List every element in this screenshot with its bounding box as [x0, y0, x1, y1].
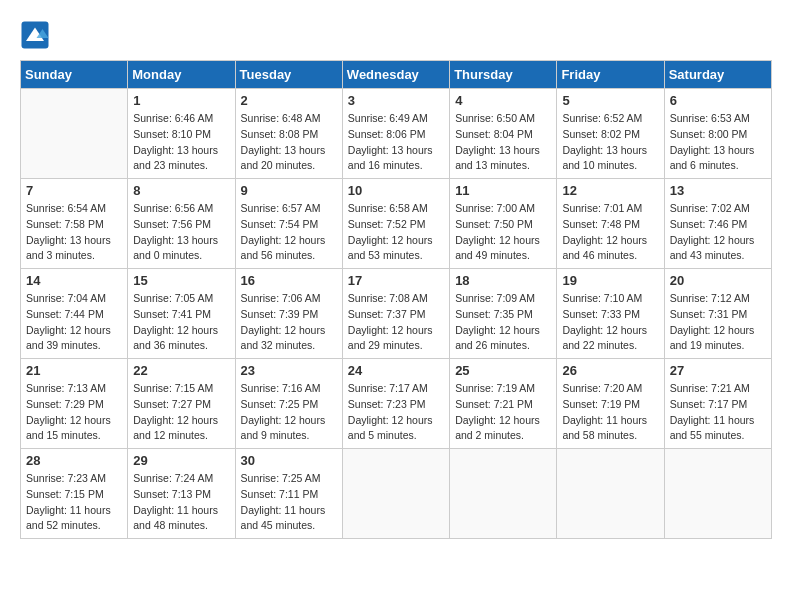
calendar-cell: 7Sunrise: 6:54 AMSunset: 7:58 PMDaylight… — [21, 179, 128, 269]
calendar-cell — [664, 449, 771, 539]
calendar-cell: 9Sunrise: 6:57 AMSunset: 7:54 PMDaylight… — [235, 179, 342, 269]
calendar-cell: 19Sunrise: 7:10 AMSunset: 7:33 PMDayligh… — [557, 269, 664, 359]
calendar-cell: 26Sunrise: 7:20 AMSunset: 7:19 PMDayligh… — [557, 359, 664, 449]
day-info: Sunrise: 6:54 AMSunset: 7:58 PMDaylight:… — [26, 201, 122, 264]
day-number: 3 — [348, 93, 444, 108]
calendar-week-row: 1Sunrise: 6:46 AMSunset: 8:10 PMDaylight… — [21, 89, 772, 179]
day-number: 8 — [133, 183, 229, 198]
day-info: Sunrise: 7:06 AMSunset: 7:39 PMDaylight:… — [241, 291, 337, 354]
calendar-week-row: 21Sunrise: 7:13 AMSunset: 7:29 PMDayligh… — [21, 359, 772, 449]
day-info: Sunrise: 6:52 AMSunset: 8:02 PMDaylight:… — [562, 111, 658, 174]
day-info: Sunrise: 6:50 AMSunset: 8:04 PMDaylight:… — [455, 111, 551, 174]
weekday-header: Tuesday — [235, 61, 342, 89]
day-number: 28 — [26, 453, 122, 468]
day-number: 27 — [670, 363, 766, 378]
calendar-week-row: 7Sunrise: 6:54 AMSunset: 7:58 PMDaylight… — [21, 179, 772, 269]
day-number: 17 — [348, 273, 444, 288]
calendar-week-row: 28Sunrise: 7:23 AMSunset: 7:15 PMDayligh… — [21, 449, 772, 539]
calendar-cell: 1Sunrise: 6:46 AMSunset: 8:10 PMDaylight… — [128, 89, 235, 179]
calendar-cell: 21Sunrise: 7:13 AMSunset: 7:29 PMDayligh… — [21, 359, 128, 449]
calendar-cell: 5Sunrise: 6:52 AMSunset: 8:02 PMDaylight… — [557, 89, 664, 179]
day-number: 5 — [562, 93, 658, 108]
day-info: Sunrise: 6:48 AMSunset: 8:08 PMDaylight:… — [241, 111, 337, 174]
day-number: 29 — [133, 453, 229, 468]
day-info: Sunrise: 7:04 AMSunset: 7:44 PMDaylight:… — [26, 291, 122, 354]
day-info: Sunrise: 7:25 AMSunset: 7:11 PMDaylight:… — [241, 471, 337, 534]
calendar-cell — [21, 89, 128, 179]
weekday-header: Monday — [128, 61, 235, 89]
day-number: 16 — [241, 273, 337, 288]
calendar-cell: 23Sunrise: 7:16 AMSunset: 7:25 PMDayligh… — [235, 359, 342, 449]
day-number: 12 — [562, 183, 658, 198]
day-info: Sunrise: 7:09 AMSunset: 7:35 PMDaylight:… — [455, 291, 551, 354]
day-number: 25 — [455, 363, 551, 378]
day-number: 23 — [241, 363, 337, 378]
calendar-cell: 6Sunrise: 6:53 AMSunset: 8:00 PMDaylight… — [664, 89, 771, 179]
calendar-cell: 8Sunrise: 6:56 AMSunset: 7:56 PMDaylight… — [128, 179, 235, 269]
calendar-cell: 18Sunrise: 7:09 AMSunset: 7:35 PMDayligh… — [450, 269, 557, 359]
day-number: 6 — [670, 93, 766, 108]
calendar-cell: 22Sunrise: 7:15 AMSunset: 7:27 PMDayligh… — [128, 359, 235, 449]
day-info: Sunrise: 7:15 AMSunset: 7:27 PMDaylight:… — [133, 381, 229, 444]
day-info: Sunrise: 7:02 AMSunset: 7:46 PMDaylight:… — [670, 201, 766, 264]
logo — [20, 20, 54, 50]
day-info: Sunrise: 7:24 AMSunset: 7:13 PMDaylight:… — [133, 471, 229, 534]
day-info: Sunrise: 6:57 AMSunset: 7:54 PMDaylight:… — [241, 201, 337, 264]
calendar-cell: 11Sunrise: 7:00 AMSunset: 7:50 PMDayligh… — [450, 179, 557, 269]
calendar-table: SundayMondayTuesdayWednesdayThursdayFrid… — [20, 60, 772, 539]
calendar-cell: 20Sunrise: 7:12 AMSunset: 7:31 PMDayligh… — [664, 269, 771, 359]
day-info: Sunrise: 6:56 AMSunset: 7:56 PMDaylight:… — [133, 201, 229, 264]
calendar-cell: 10Sunrise: 6:58 AMSunset: 7:52 PMDayligh… — [342, 179, 449, 269]
day-info: Sunrise: 7:08 AMSunset: 7:37 PMDaylight:… — [348, 291, 444, 354]
day-number: 20 — [670, 273, 766, 288]
day-info: Sunrise: 6:58 AMSunset: 7:52 PMDaylight:… — [348, 201, 444, 264]
day-number: 26 — [562, 363, 658, 378]
calendar-cell: 17Sunrise: 7:08 AMSunset: 7:37 PMDayligh… — [342, 269, 449, 359]
calendar-cell — [557, 449, 664, 539]
calendar-cell: 13Sunrise: 7:02 AMSunset: 7:46 PMDayligh… — [664, 179, 771, 269]
day-info: Sunrise: 7:10 AMSunset: 7:33 PMDaylight:… — [562, 291, 658, 354]
day-number: 18 — [455, 273, 551, 288]
logo-icon — [20, 20, 50, 50]
calendar-cell: 12Sunrise: 7:01 AMSunset: 7:48 PMDayligh… — [557, 179, 664, 269]
day-number: 15 — [133, 273, 229, 288]
calendar-cell: 16Sunrise: 7:06 AMSunset: 7:39 PMDayligh… — [235, 269, 342, 359]
calendar-cell: 27Sunrise: 7:21 AMSunset: 7:17 PMDayligh… — [664, 359, 771, 449]
calendar-cell: 3Sunrise: 6:49 AMSunset: 8:06 PMDaylight… — [342, 89, 449, 179]
day-info: Sunrise: 7:13 AMSunset: 7:29 PMDaylight:… — [26, 381, 122, 444]
day-info: Sunrise: 7:00 AMSunset: 7:50 PMDaylight:… — [455, 201, 551, 264]
day-info: Sunrise: 7:23 AMSunset: 7:15 PMDaylight:… — [26, 471, 122, 534]
day-number: 2 — [241, 93, 337, 108]
calendar-cell: 15Sunrise: 7:05 AMSunset: 7:41 PMDayligh… — [128, 269, 235, 359]
day-info: Sunrise: 6:46 AMSunset: 8:10 PMDaylight:… — [133, 111, 229, 174]
calendar-cell: 28Sunrise: 7:23 AMSunset: 7:15 PMDayligh… — [21, 449, 128, 539]
day-number: 13 — [670, 183, 766, 198]
calendar-week-row: 14Sunrise: 7:04 AMSunset: 7:44 PMDayligh… — [21, 269, 772, 359]
weekday-header: Friday — [557, 61, 664, 89]
day-number: 9 — [241, 183, 337, 198]
calendar-cell: 24Sunrise: 7:17 AMSunset: 7:23 PMDayligh… — [342, 359, 449, 449]
day-number: 30 — [241, 453, 337, 468]
weekday-header: Saturday — [664, 61, 771, 89]
day-number: 1 — [133, 93, 229, 108]
calendar-cell: 2Sunrise: 6:48 AMSunset: 8:08 PMDaylight… — [235, 89, 342, 179]
day-info: Sunrise: 7:17 AMSunset: 7:23 PMDaylight:… — [348, 381, 444, 444]
day-number: 22 — [133, 363, 229, 378]
day-info: Sunrise: 7:12 AMSunset: 7:31 PMDaylight:… — [670, 291, 766, 354]
day-number: 24 — [348, 363, 444, 378]
day-info: Sunrise: 7:01 AMSunset: 7:48 PMDaylight:… — [562, 201, 658, 264]
calendar-cell: 30Sunrise: 7:25 AMSunset: 7:11 PMDayligh… — [235, 449, 342, 539]
day-number: 10 — [348, 183, 444, 198]
weekday-header: Wednesday — [342, 61, 449, 89]
day-info: Sunrise: 7:19 AMSunset: 7:21 PMDaylight:… — [455, 381, 551, 444]
calendar-cell: 4Sunrise: 6:50 AMSunset: 8:04 PMDaylight… — [450, 89, 557, 179]
calendar-cell — [342, 449, 449, 539]
day-info: Sunrise: 7:05 AMSunset: 7:41 PMDaylight:… — [133, 291, 229, 354]
day-number: 11 — [455, 183, 551, 198]
calendar-header-row: SundayMondayTuesdayWednesdayThursdayFrid… — [21, 61, 772, 89]
day-number: 19 — [562, 273, 658, 288]
day-info: Sunrise: 6:53 AMSunset: 8:00 PMDaylight:… — [670, 111, 766, 174]
weekday-header: Thursday — [450, 61, 557, 89]
calendar-cell — [450, 449, 557, 539]
day-info: Sunrise: 6:49 AMSunset: 8:06 PMDaylight:… — [348, 111, 444, 174]
